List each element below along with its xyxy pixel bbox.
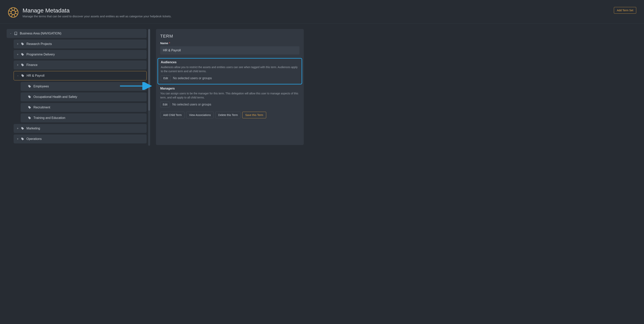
audiences-edit-button[interactable]: Edit [161,75,170,81]
svg-line-7 [9,13,11,14]
tag-icon [21,127,24,130]
svg-line-8 [15,13,18,14]
tree-row-label: Training and Education [34,116,65,120]
managers-help: You can assign users to be the manager f… [160,92,300,100]
audiences-highlight: Audiences Audiences allow you to restric… [158,58,302,85]
expander-toggle[interactable]: + [17,42,19,46]
page-subtitle: Manage the terms that can be used to dis… [22,15,172,18]
name-label-text: Name [160,42,168,45]
tag-icon [21,64,24,67]
expander-toggle[interactable]: + [17,53,19,56]
view-associations-button[interactable]: View Associations [186,112,214,118]
svg-line-6 [9,11,11,12]
expander-toggle[interactable]: + [17,137,19,141]
detail-actions: Add Child Term View Associations Delete … [160,112,300,118]
page-title: Manage Metadata [22,7,172,14]
tree-row[interactable]: +Programme Delivery [14,50,146,59]
tag-icon [28,85,31,88]
tree-root-business-area[interactable]: - Business Area (NAVIGATION) [6,29,146,38]
managers-block: Managers You can assign users to be the … [160,87,300,107]
header-text: Manage Metadata Manage the terms that ca… [22,7,172,18]
managers-edit-row: Edit No selected users or groups [160,102,300,107]
managers-edit-button[interactable]: Edit [160,102,170,107]
term-detail-panel: TERM Name * Audiences Audiences allow yo… [156,29,304,145]
tag-icon [28,116,31,120]
svg-line-4 [12,15,12,17]
name-field-label: Name * [160,42,300,45]
svg-line-2 [14,8,15,11]
managers-status: No selected users or groups [172,103,211,106]
svg-line-3 [12,8,12,11]
expander-toggle[interactable]: + [17,127,19,130]
managers-label: Managers [160,87,300,90]
tree-row[interactable]: +Research Projects [14,40,146,49]
tree-row-label: Employees [34,85,49,88]
header-left: Manage Metadata Manage the terms that ca… [8,7,172,18]
tag-icon [21,53,24,56]
tree-row[interactable]: Recruitment [20,103,146,112]
tag-icon [21,74,24,77]
tree-row[interactable]: +Finance [14,61,146,70]
term-tree: - Business Area (NAVIGATION) +Research P… [6,29,146,145]
tag-icon [21,43,24,46]
tree-row[interactable]: +Marketing [14,124,146,133]
tree-row-label: Finance [26,63,38,67]
tree-row-label: Occupational Health and Safety [34,95,77,99]
tree-row[interactable]: +Operations [14,134,146,143]
tree-row-label: Business Area (NAVIGATION) [20,32,62,35]
tree-row[interactable]: Occupational Health and Safety [20,92,146,101]
svg-line-5 [14,15,15,17]
scrollbar-track[interactable] [148,29,150,146]
svg-line-9 [15,11,18,12]
audiences-help: Audiences allow you to restrict the asse… [161,65,299,73]
expander-toggle[interactable]: - [10,32,12,35]
tag-icon [21,137,24,141]
tree-row[interactable]: -HR & Payroll [14,71,146,80]
tree-row-label: Marketing [26,127,40,130]
tree-row-label: Recruitment [34,106,50,109]
save-term-button[interactable]: Save this Term [242,112,266,118]
tree-row-label: HR & Payroll [27,74,44,78]
add-term-set-button[interactable]: Add Term Set [614,7,636,14]
scrollbar-thumb[interactable] [148,29,150,111]
term-name-input[interactable] [160,46,300,55]
tree-row[interactable]: Employees [20,82,146,91]
tag-icon [28,95,31,99]
tree-row[interactable]: Training and Education [20,113,146,122]
audiences-label: Audiences [161,61,299,64]
audiences-status: No selected users or groups [173,77,212,80]
book-icon [14,32,18,35]
add-child-term-button[interactable]: Add Child Term [160,112,184,118]
delete-term-button[interactable]: Delete this Term [215,112,241,118]
expander-toggle[interactable]: + [17,63,19,67]
required-asterisk: * [169,42,170,45]
detail-section-title: TERM [160,34,300,39]
tree-row-label: Programme Delivery [26,53,55,56]
svg-point-1 [11,10,15,15]
page-header: Manage Metadata Manage the terms that ca… [0,0,644,24]
tree-row-label: Research Projects [26,42,52,46]
tag-icon [28,106,31,109]
expander-toggle[interactable]: - [17,74,19,78]
svg-point-0 [8,8,18,17]
tree-row-label: Operations [26,137,42,141]
content-area: - Business Area (NAVIGATION) +Research P… [0,24,644,145]
lifebuoy-icon [8,7,19,18]
audiences-edit-row: Edit No selected users or groups [161,75,299,81]
